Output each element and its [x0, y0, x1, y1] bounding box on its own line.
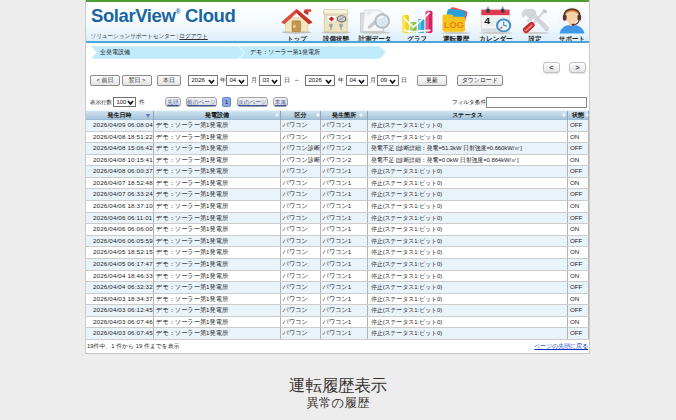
svg-text:LOG: LOG: [444, 20, 464, 30]
svg-text:4: 4: [484, 15, 490, 26]
